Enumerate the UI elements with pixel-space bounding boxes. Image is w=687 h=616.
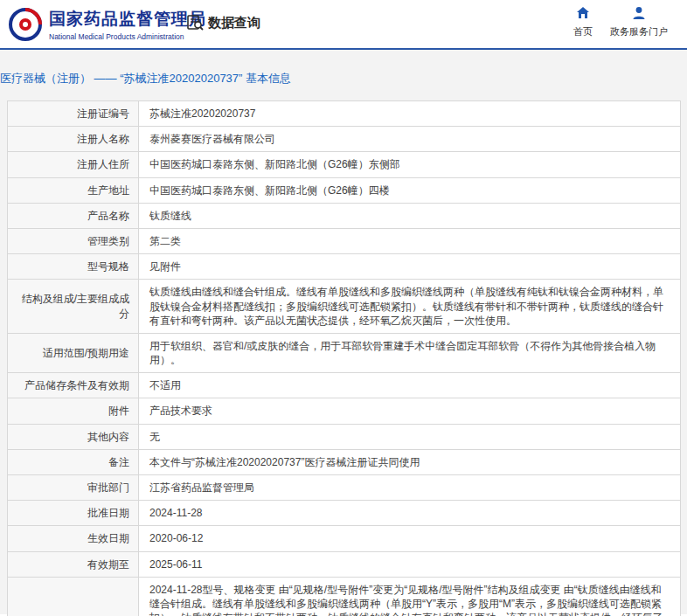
field-label: 型号规格 [8,254,139,280]
agency-name-en: National Medical Products Administration [49,32,206,41]
field-value: 本文件与“苏械注准20202020737”医疗器械注册证共同使用 [139,449,681,474]
field-value: 江苏省药品监督管理局 [139,475,681,501]
agency-name-cn: 国家药品监督管理局 [49,8,206,31]
table-row: 适用范围/预期用途 用于软组织、器官和/或皮肤的缝合，用于耳部软骨重建手术中缝合… [8,333,681,372]
home-icon [575,5,591,21]
content-area: 医疗器械（注册） —— “苏械注准20202020737” 基本信息 注册证编号… [0,50,687,614]
field-label: 产品储存条件及有效期 [8,373,139,398]
field-value: 中国医药城口泰路东侧、新阳路北侧（G26幢）四楼 [139,177,681,203]
table-row: 有效期至 2025-06-11 [8,551,681,577]
table-row: 审批部门 江苏省药品监督管理局 [8,475,681,501]
field-label: 注册人住所 [8,152,139,177]
agency-logo: 国家药品监督管理局 National Medical Products Admi… [7,6,206,43]
table-row: 批准日期 2024-11-28 [8,501,681,526]
field-label: 生效日期 [8,526,139,551]
field-label: 变更情况 [8,577,139,616]
nmpa-logo-icon [7,6,44,43]
field-label: 审批部门 [8,475,139,501]
field-label: 适用范围/预期用途 [8,333,139,372]
table-row: 生效日期 2020-06-12 [8,526,681,551]
data-query-section: 数据查询 [186,14,260,31]
field-label: 产品名称 [8,203,139,228]
field-value: 中国医药城口泰路东侧、新阳路北侧（G26幢）东侧部 [139,152,681,177]
field-value: 不适用 [139,373,681,398]
field-value: 第二类 [139,228,681,253]
field-value: 钛质缝线由缝线和缝合针组成。缝线有单股缝线和多股编织缝线两种（单股缝线有纯钛和钛… [139,280,681,334]
table-row: 注册证编号 苏械注准20202020737 [8,101,681,127]
nav-home[interactable]: 首页 [573,5,593,38]
table-row: 变更情况 2024-11-28型号、规格变更 由“见规格/型号附件”变更为“见规… [8,577,681,616]
data-query-label: 数据查询 [208,15,260,31]
data-query-icon [186,14,204,31]
nav-portal[interactable]: 政务服务门户 [610,5,668,38]
field-value: 无 [139,424,681,449]
field-label: 生产地址 [8,177,139,203]
table-row: 注册人住所 中国医药城口泰路东侧、新阳路北侧（G26幢）东侧部 [8,152,681,177]
field-value: 2020-06-12 [139,526,681,551]
page-title: 医疗器械（注册） —— “苏械注准20202020737” 基本信息 [0,71,687,87]
field-value: 用于软组织、器官和/或皮肤的缝合，用于耳部软骨重建手术中缝合固定耳部软骨（不得作… [139,333,681,372]
table-row: 产品名称 钛质缝线 [8,203,681,228]
field-label: 注册证编号 [8,101,139,127]
field-label: 有效期至 [8,551,139,577]
field-value: 钛质缝线 [139,203,681,228]
table-row: 型号规格 见附件 [8,254,681,280]
registration-info-table: 注册证编号 苏械注准20202020737 注册人名称 泰州菱赛医疗器械有限公司… [7,100,681,616]
nav-home-label: 首页 [573,26,593,37]
field-value: 见附件 [139,254,681,280]
agency-name: 国家药品监督管理局 National Medical Products Admi… [49,8,206,41]
nav-portal-label: 政务服务门户 [610,26,668,37]
field-value: 泰州菱赛医疗器械有限公司 [139,127,681,152]
table-row: 管理类别 第二类 [8,228,681,253]
field-label: 注册人名称 [8,127,139,152]
field-value: 2024-11-28 [139,501,681,526]
table-row: 附件 产品技术要求 [8,398,681,424]
table-row: 产品储存条件及有效期 不适用 [8,373,681,398]
user-icon [631,5,647,21]
table-row: 生产地址 中国医药城口泰路东侧、新阳路北侧（G26幢）四楼 [8,177,681,203]
site-header: 国家药品监督管理局 National Medical Products Admi… [0,0,687,50]
field-label: 其他内容 [8,424,139,449]
field-label: 批准日期 [8,501,139,526]
table-row: 结构及组成/主要组成成分 钛质缝线由缝线和缝合针组成。缝线有单股缝线和多股编织缝… [8,280,681,334]
table-row: 备注 本文件与“苏械注准20202020737”医疗器械注册证共同使用 [8,449,681,474]
field-label: 管理类别 [8,228,139,253]
table-row: 注册人名称 泰州菱赛医疗器械有限公司 [8,127,681,152]
field-label: 结构及组成/主要组成成分 [8,280,139,334]
field-value: 产品技术要求 [139,398,681,424]
field-value: 2024-11-28型号、规格变更 由“见规格/型号附件”变更为“见规格/型号附… [139,577,681,616]
field-label: 附件 [8,398,139,424]
field-label: 备注 [8,449,139,474]
field-value: 苏械注准20202020737 [139,101,681,127]
table-row: 其他内容 无 [8,424,681,449]
field-value: 2025-06-11 [139,551,681,577]
